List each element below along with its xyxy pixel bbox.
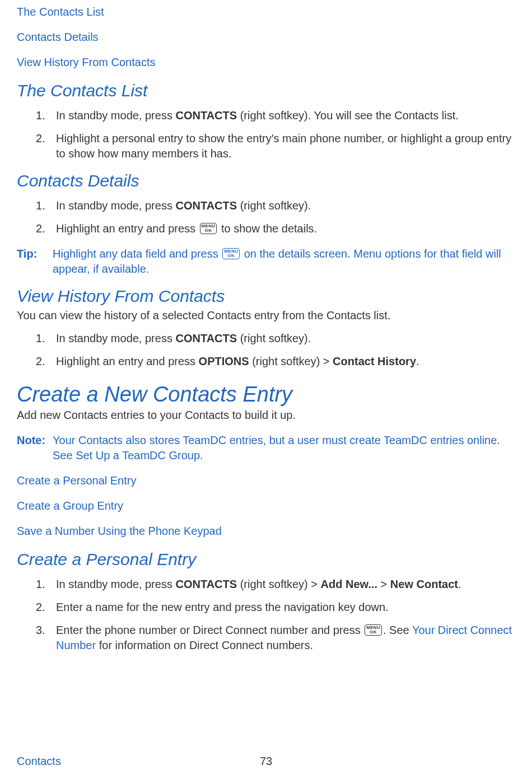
menu-ok-icon: MENUOK [200, 223, 217, 234]
step-text: (right softkey). [237, 199, 311, 212]
steps-contacts-details: In standby mode, press CONTACTS (right s… [17, 198, 515, 236]
list-item: In standby mode, press CONTACTS (right s… [53, 108, 515, 123]
step-text: . [458, 578, 461, 590]
footer-section: Contacts [17, 755, 61, 768]
menu-ok-icon: MENUOK [365, 624, 382, 636]
softkey-contacts: CONTACTS [175, 199, 237, 212]
toc-link-contacts-list[interactable]: The Contacts List [17, 6, 515, 18]
note-body: Your Contacts also stores TeamDC entries… [53, 433, 515, 463]
toc-link-create-personal[interactable]: Create a Personal Entry [17, 474, 515, 487]
heading-create-new-entry: Create a New Contacts Entry [17, 382, 515, 407]
note-block: Note: Your Contacts also stores TeamDC e… [17, 433, 515, 463]
step-text: Enter the phone number or Direct Connect… [56, 624, 363, 636]
step-text: Highlight a personal entry to show the e… [56, 132, 511, 160]
toc-link-view-history[interactable]: View History From Contacts [17, 56, 515, 69]
softkey-contacts: CONTACTS [175, 109, 237, 122]
tip-label: Tip: [17, 246, 53, 277]
step-text: to show the details. [218, 222, 317, 235]
toc-link-create-group[interactable]: Create a Group Entry [17, 500, 515, 512]
softkey-contacts: CONTACTS [175, 332, 237, 344]
heading-view-history: View History From Contacts [17, 287, 515, 306]
page-container: The Contacts List Contacts Details View … [0, 0, 532, 779]
step-text: . [416, 355, 419, 367]
step-text: > [377, 578, 390, 590]
menu-contact-history: Contact History [333, 355, 416, 367]
list-item: Enter a name for the new entry and press… [53, 600, 515, 615]
heading-the-contacts-list: The Contacts List [17, 81, 515, 100]
list-item: Highlight an entry and press MENUOK to s… [53, 221, 515, 236]
step-text: In standby mode, press [56, 578, 175, 590]
step-text: In standby mode, press [56, 109, 175, 122]
tip-block: Tip: Highlight any data field and press … [17, 246, 515, 277]
heading-contacts-details: Contacts Details [17, 171, 515, 190]
tip-text: Highlight any data field and press [53, 248, 221, 260]
step-text: In standby mode, press [56, 332, 175, 344]
step-text: . See [383, 624, 412, 636]
list-item: In standby mode, press CONTACTS (right s… [53, 331, 515, 346]
menu-new-contact: New Contact [390, 578, 458, 590]
note-label: Note: [17, 433, 53, 463]
list-item: In standby mode, press CONTACTS (right s… [53, 577, 515, 592]
step-text: Highlight an entry and press [56, 355, 199, 367]
step-text: (right softkey) > [249, 355, 333, 367]
note-text: . [200, 449, 203, 461]
step-text: In standby mode, press [56, 199, 175, 212]
list-item: Highlight a personal entry to show the e… [53, 131, 515, 161]
heading-create-personal: Create a Personal Entry [17, 550, 515, 569]
menu-ok-icon: MENUOK [222, 248, 240, 259]
steps-view-history: In standby mode, press CONTACTS (right s… [17, 331, 515, 369]
softkey-options: OPTIONS [199, 355, 249, 367]
intro-create-new: Add new Contacts entries to your Contact… [17, 408, 515, 423]
step-text: for information on Direct Connect number… [96, 639, 313, 651]
toc-link-contacts-details[interactable]: Contacts Details [17, 31, 515, 44]
menu-add-new: Add New... [321, 578, 377, 590]
page-footer: Contacts 73 [17, 755, 515, 768]
toc-link-save-number-keypad[interactable]: Save a Number Using the Phone Keypad [17, 525, 515, 538]
list-item: In standby mode, press CONTACTS (right s… [53, 198, 515, 213]
step-text: (right softkey) > [237, 578, 321, 590]
page-number: 73 [260, 755, 272, 768]
list-item: Enter the phone number or Direct Connect… [53, 623, 515, 653]
steps-contacts-list: In standby mode, press CONTACTS (right s… [17, 108, 515, 161]
list-item: Highlight an entry and press OPTIONS (ri… [53, 354, 515, 369]
step-text: Highlight an entry and press [56, 222, 199, 235]
softkey-contacts: CONTACTS [175, 578, 237, 590]
link-setup-teamdc[interactable]: Set Up a TeamDC Group [76, 449, 200, 461]
tip-body: Highlight any data field and press MENUO… [53, 246, 515, 277]
steps-create-personal: In standby mode, press CONTACTS (right s… [17, 577, 515, 653]
step-text: Enter a name for the new entry and press… [56, 601, 389, 613]
step-text: (right softkey). You will see the Contac… [237, 109, 459, 122]
step-text: (right softkey). [237, 332, 311, 344]
intro-view-history: You can view the history of a selected C… [17, 308, 515, 323]
